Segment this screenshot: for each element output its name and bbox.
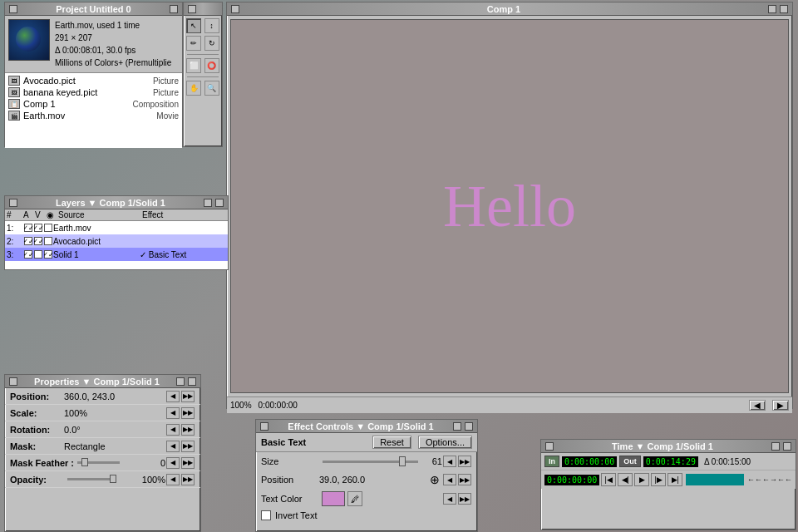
effect-zoom-btn[interactable] <box>453 422 461 431</box>
crosshair-icon[interactable]: ⊕ <box>427 473 442 486</box>
props-zoom-btn[interactable] <box>176 377 185 386</box>
mask-value[interactable]: Rectangle <box>64 441 165 451</box>
position-value[interactable]: 360.0, 243.0 <box>64 392 165 401</box>
list-item[interactable]: 🖼 banana keyed.pict Picture <box>7 86 180 98</box>
position-increase-btn[interactable]: ▶▶ <box>181 391 195 402</box>
project-resize-controls <box>169 5 179 13</box>
move-tool-btn[interactable]: ↕ <box>204 18 219 33</box>
text-color-label: Text Color <box>261 494 319 504</box>
go-end-btn[interactable]: ▶| <box>667 473 682 486</box>
time-close-btn[interactable] <box>545 442 554 451</box>
layers-close-btn[interactable] <box>9 199 17 207</box>
step-back-btn[interactable]: ◀| <box>618 473 633 486</box>
play-btn[interactable]: ▶ <box>634 473 649 486</box>
time-zoom-btn[interactable] <box>771 442 780 451</box>
props-close-btn[interactable] <box>9 377 17 386</box>
select-tool-btn[interactable]: ↖ <box>186 18 201 33</box>
out-time-value: 0:00:14:29 <box>643 456 698 467</box>
size-increase-btn[interactable]: ▶▶ <box>458 456 471 467</box>
mask-increase-btn[interactable]: ▶▶ <box>181 441 195 452</box>
size-slider[interactable] <box>323 461 418 463</box>
table-row[interactable]: 1: ✓ ✓ Earth.mov <box>5 221 228 234</box>
scale-value[interactable]: 100% <box>64 408 165 418</box>
item-name: Comp 1 <box>23 99 132 109</box>
layer-audio-check[interactable]: ✓ <box>24 224 32 232</box>
toolbar-grid: ↖ ↕ ✏ ↻ ⬜ ⭕ ✋ 🔍 <box>184 16 222 98</box>
effect-close-btn[interactable] <box>260 422 268 431</box>
step-forward-btn[interactable]: |▶ <box>651 473 666 486</box>
layers-zoom-btn[interactable] <box>204 199 212 207</box>
layers-max-btn[interactable] <box>215 199 224 207</box>
pos-increase-btn[interactable]: ▶▶ <box>458 474 471 485</box>
comp-titlebar: Comp 1 <box>227 2 792 16</box>
layers-title: Layers ▼ Comp 1/Solid 1 <box>18 198 203 208</box>
position-effect-value[interactable]: 39.0, 260.0 <box>319 475 427 485</box>
layer-solo-check[interactable]: ✓ <box>44 250 52 259</box>
project-close-btn[interactable] <box>9 5 17 13</box>
in-button[interactable]: In <box>544 456 559 467</box>
time-max-btn[interactable] <box>783 442 791 451</box>
effect-reset-btn[interactable]: Reset <box>372 436 411 449</box>
scale-decrease-btn[interactable]: ◀ <box>166 407 180 419</box>
layer-audio-check[interactable]: ✓ <box>24 250 32 259</box>
layer-video-check[interactable]: ✓ <box>34 224 42 232</box>
opacity-increase-btn[interactable]: ▶▶ <box>181 474 195 485</box>
color-decrease-btn[interactable]: ◀ <box>443 493 456 505</box>
rect-tool-btn[interactable]: ⬜ <box>186 58 201 73</box>
scale-label: Scale: <box>10 408 64 418</box>
layer-audio-check[interactable]: ✓ <box>24 237 32 245</box>
layer-solo-check[interactable] <box>44 237 52 245</box>
rotation-value[interactable]: 0.0° <box>64 425 165 435</box>
list-item[interactable]: 🖼 Avocado.pict Picture <box>7 75 180 86</box>
layer-video-check[interactable] <box>34 250 42 259</box>
scale-prop-row: Scale: 100% ◀ ▶▶ <box>5 405 200 421</box>
comp-prev-btn[interactable]: ◀ <box>749 400 766 411</box>
effect-options-btn[interactable]: Options... <box>418 436 472 449</box>
item-name: banana keyed.pict <box>23 87 153 97</box>
go-start-btn[interactable]: |◀ <box>601 473 616 486</box>
hand-tool-btn[interactable]: ✋ <box>186 81 201 96</box>
time-in-out-row: In 0:00:00:00 Out 0:00:14:29 Δ 0:00:15:0… <box>541 453 796 470</box>
project-zoom-btn[interactable] <box>170 5 178 13</box>
comp-next-btn[interactable]: ▶ <box>772 400 789 411</box>
layer-effect: ✓ Basic Text <box>140 250 226 259</box>
layer-source: Earth.mov <box>53 224 140 233</box>
zoom-tool-btn[interactable]: 🔍 <box>204 81 219 96</box>
rotate-tool-btn[interactable]: ↻ <box>204 36 219 51</box>
list-item[interactable]: 🎬 Earth.mov Movie <box>7 110 180 121</box>
comp-close-btn[interactable] <box>231 5 239 13</box>
invert-checkbox[interactable] <box>261 510 271 520</box>
table-row[interactable]: 2: ✓ ✓ Avocado.pict <box>5 234 228 248</box>
layer-solo-check[interactable] <box>44 224 52 232</box>
toolbar-close-btn[interactable] <box>188 5 196 13</box>
comp-zoom-btn[interactable] <box>768 5 776 13</box>
movie-icon: 🎬 <box>8 111 20 121</box>
rotation-decrease-btn[interactable]: ◀ <box>166 424 180 436</box>
list-item[interactable]: 📋 Comp 1 Composition <box>7 98 180 110</box>
oval-tool-btn[interactable]: ⭕ <box>204 58 219 73</box>
color-increase-btn[interactable]: ▶▶ <box>458 493 471 505</box>
opacity-decrease-btn[interactable]: ◀ <box>166 474 180 485</box>
props-max-btn[interactable] <box>188 377 196 386</box>
eyedropper-btn[interactable]: 🖉 <box>347 491 362 506</box>
mask-feather-slider[interactable] <box>77 461 120 464</box>
effect-max-btn[interactable] <box>465 422 473 431</box>
pen-tool-btn[interactable]: ✏ <box>186 36 201 51</box>
mask-decrease-btn[interactable]: ◀ <box>166 441 180 452</box>
text-color-swatch[interactable] <box>322 491 345 506</box>
col-a-header: A <box>23 210 35 219</box>
pos-decrease-btn[interactable]: ◀ <box>443 474 456 485</box>
rotation-increase-btn[interactable]: ▶▶ <box>181 424 195 436</box>
preview-duration: Δ 0:00:08:01, 30.0 fps <box>55 44 171 57</box>
comp-max-btn[interactable] <box>780 5 788 13</box>
opacity-slider[interactable] <box>67 478 115 480</box>
scale-increase-btn[interactable]: ▶▶ <box>181 407 195 419</box>
opacity-value: 100% <box>118 475 165 485</box>
mf-increase-btn[interactable]: ▶▶ <box>181 457 195 469</box>
mf-decrease-btn[interactable]: ◀ <box>166 457 180 469</box>
out-button[interactable]: Out <box>619 456 641 467</box>
layer-video-check[interactable]: ✓ <box>34 237 42 245</box>
table-row[interactable]: 3: ✓ ✓ Solid 1 ✓ Basic Text <box>5 248 228 261</box>
position-decrease-btn[interactable]: ◀ <box>166 391 180 402</box>
size-decrease-btn[interactable]: ◀ <box>443 456 456 467</box>
